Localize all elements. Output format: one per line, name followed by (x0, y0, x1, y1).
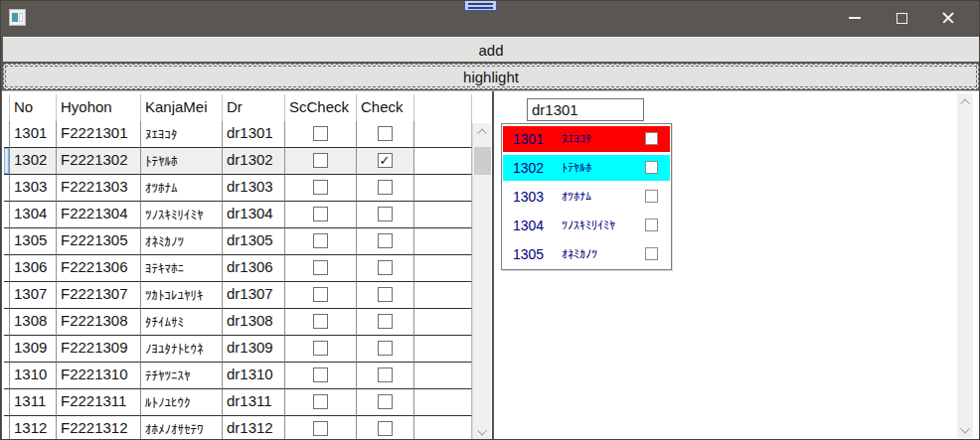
column-header-kanjamei[interactable]: KanjaMei (141, 94, 223, 122)
listbox-item[interactable]: 1305ｵﾈﾐｶﾉﾂ (503, 241, 670, 267)
highlight-button[interactable]: highlight (3, 64, 979, 89)
panel-scrollbar[interactable] (957, 93, 973, 438)
cell-hyohon[interactable]: F2221304 (57, 202, 141, 228)
column-header-check[interactable]: Check (357, 94, 414, 122)
cell-kanjamei[interactable]: ｵﾈﾐｶﾉﾂ (141, 228, 223, 255)
cell-dr[interactable]: dr1301 (223, 121, 285, 148)
check-checkbox[interactable] (378, 367, 393, 382)
sccheck-checkbox[interactable] (313, 394, 328, 409)
check-checkbox[interactable] (378, 341, 393, 356)
scroll-up-button[interactable] (957, 93, 973, 110)
cell-no[interactable]: 1307 (10, 282, 57, 309)
mini-window-titlebar[interactable] (464, 1, 497, 11)
cell-no[interactable]: 1311 (10, 389, 57, 416)
cell-no[interactable]: 1305 (10, 228, 57, 255)
listbox-item-checkbox[interactable] (645, 247, 658, 260)
cell-hyohon[interactable]: F2221306 (57, 255, 141, 282)
listbox-item-checkbox[interactable] (645, 219, 658, 231)
cell-kanjamei[interactable]: ﾇｴﾖｺﾀ (141, 121, 223, 148)
maximize-button[interactable] (878, 1, 924, 34)
cell-dr[interactable]: dr1306 (223, 255, 285, 282)
scroll-up-button[interactable] (473, 123, 491, 140)
cell-dr[interactable]: dr1308 (223, 309, 285, 336)
cell-no[interactable]: 1303 (10, 175, 57, 202)
cell-no[interactable]: 1308 (10, 309, 57, 336)
check-checkbox[interactable]: ✓ (378, 153, 393, 168)
cell-no[interactable]: 1304 (10, 202, 57, 228)
check-checkbox[interactable] (378, 260, 393, 275)
cell-kanjamei[interactable]: ﾂﾉｽｷﾐﾘｲﾐﾔ (141, 202, 223, 228)
cell-kanjamei[interactable]: ﾃﾁﾔﾂﾆｽﾔ (141, 363, 223, 389)
check-checkbox[interactable] (378, 233, 393, 248)
cell-hyohon[interactable]: F2221307 (57, 282, 141, 309)
dr-search-input[interactable] (527, 98, 644, 121)
cell-kanjamei[interactable]: ｵﾂﾎﾅﾑ (141, 175, 223, 202)
sccheck-checkbox[interactable] (313, 341, 328, 356)
table-scrollbar[interactable] (472, 123, 491, 440)
check-checkbox[interactable] (378, 394, 393, 409)
sccheck-checkbox[interactable] (313, 421, 328, 436)
cell-dr[interactable]: dr1312 (223, 416, 285, 440)
add-button[interactable]: add (3, 37, 979, 62)
cell-hyohon[interactable]: F2221312 (57, 416, 141, 440)
cell-dr[interactable]: dr1307 (223, 282, 285, 309)
cell-no[interactable]: 1309 (10, 336, 57, 363)
cell-kanjamei[interactable]: ﾖﾃｷﾏﾎﾆ (141, 255, 223, 282)
sccheck-checkbox[interactable] (313, 153, 328, 168)
cell-kanjamei[interactable]: ﾙﾄﾉﾕﾋｳｸ (141, 389, 223, 416)
check-checkbox[interactable] (378, 287, 393, 302)
cell-kanjamei[interactable]: ﾉﾖﾕﾀﾅﾄﾋｳﾈ (141, 336, 223, 363)
listbox-item[interactable]: 1302ﾄﾃﾔﾙﾎ (503, 155, 670, 181)
column-header-sccheck[interactable]: ScCheck (285, 94, 357, 122)
cell-no[interactable]: 1306 (10, 255, 57, 282)
cell-hyohon[interactable]: F2221309 (57, 336, 141, 363)
sccheck-checkbox[interactable] (313, 367, 328, 382)
column-header-no[interactable]: No (10, 94, 57, 122)
column-header-dr[interactable]: Dr (223, 94, 285, 122)
cell-no[interactable]: 1301 (10, 121, 57, 148)
cell-kanjamei[interactable]: ﾄﾃﾔﾙﾎ (141, 148, 223, 175)
sccheck-checkbox[interactable] (313, 314, 328, 329)
cell-dr[interactable]: dr1311 (223, 389, 285, 416)
listbox-item-checkbox[interactable] (645, 132, 658, 145)
cell-dr[interactable]: dr1302 (223, 148, 285, 175)
listbox-item-checkbox[interactable] (645, 190, 658, 203)
check-checkbox[interactable] (378, 314, 393, 329)
cell-no[interactable]: 1312 (10, 416, 57, 440)
listbox-item-checkbox[interactable] (645, 161, 658, 174)
listbox-item[interactable]: 1303ｵﾂﾎﾅﾑ (503, 184, 670, 210)
cell-dr[interactable]: dr1304 (223, 202, 285, 228)
cell-hyohon[interactable]: F2221310 (57, 363, 141, 389)
cell-dr[interactable]: dr1309 (223, 336, 285, 363)
cell-dr[interactable]: dr1303 (223, 175, 285, 202)
sccheck-checkbox[interactable] (313, 287, 328, 302)
listbox-item[interactable]: 1301ﾇｴﾖｺﾀ (503, 126, 670, 152)
sccheck-checkbox[interactable] (313, 260, 328, 275)
cell-hyohon[interactable]: F2221301 (57, 121, 141, 148)
cell-kanjamei[interactable]: ﾀﾁｲﾑｻﾐ (141, 309, 223, 336)
sccheck-checkbox[interactable] (313, 126, 328, 141)
scroll-down-button[interactable] (473, 423, 491, 440)
cell-hyohon[interactable]: F2221302 (57, 148, 141, 175)
scrollbar-thumb[interactable] (474, 147, 491, 175)
cell-kanjamei[interactable]: ﾂｶﾄｺﾚﾕﾔﾘｷ (141, 282, 223, 309)
cell-no[interactable]: 1302 (10, 148, 57, 175)
cell-dr[interactable]: dr1310 (223, 363, 285, 389)
cell-hyohon[interactable]: F2221308 (57, 309, 141, 336)
sccheck-checkbox[interactable] (313, 180, 328, 195)
close-button[interactable] (924, 1, 971, 34)
sccheck-checkbox[interactable] (313, 207, 328, 221)
sccheck-checkbox[interactable] (313, 233, 328, 248)
check-checkbox[interactable] (378, 180, 393, 195)
cell-kanjamei[interactable]: ｵﾎﾒﾉｵｻｾﾃﾜ (141, 416, 223, 440)
cell-hyohon[interactable]: F2221303 (57, 175, 141, 202)
column-header-hyohon[interactable]: Hyohon (57, 94, 141, 122)
check-checkbox[interactable] (378, 207, 393, 221)
check-checkbox[interactable] (378, 126, 393, 141)
cell-no[interactable]: 1310 (10, 363, 57, 389)
listbox-item[interactable]: 1304ﾂﾉｽｷﾐﾘｲﾐﾔ (503, 213, 670, 238)
minimize-button[interactable] (831, 1, 878, 34)
check-checkbox[interactable] (378, 421, 393, 436)
cell-hyohon[interactable]: F2221311 (57, 389, 141, 416)
cell-dr[interactable]: dr1305 (223, 228, 285, 255)
